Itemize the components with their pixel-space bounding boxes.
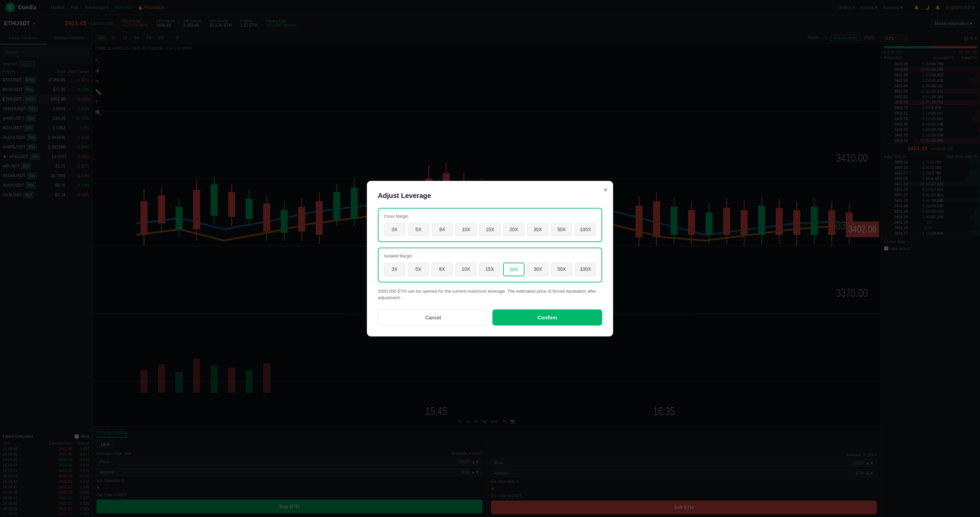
isolated-leverage-options: 3X5X8X10X15X20X30X50X100X bbox=[384, 262, 596, 276]
cross-leverage-options: 3X5X8X10X15X20X30X50X100X bbox=[384, 223, 596, 236]
cross-leverage-option[interactable]: 3X bbox=[384, 223, 405, 236]
cross-leverage-option[interactable]: 30X bbox=[527, 223, 549, 236]
isolated-margin-label: Isolated Margin bbox=[384, 254, 596, 259]
cross-leverage-option[interactable]: 8X bbox=[432, 223, 453, 236]
modal-info-text: 2000.000 ETH can be opened for the curre… bbox=[378, 288, 602, 301]
cross-leverage-option[interactable]: 10X bbox=[455, 223, 477, 236]
cross-leverage-option[interactable]: 5X bbox=[408, 223, 429, 236]
cross-margin-section: Cross Margin 3X5X8X10X15X20X30X50X100X bbox=[378, 208, 602, 242]
modal-close-button[interactable]: × bbox=[603, 186, 608, 193]
isolated-leverage-option[interactable]: 100X bbox=[575, 262, 597, 276]
isolated-leverage-option[interactable]: 8X bbox=[431, 262, 453, 276]
isolated-leverage-option[interactable]: 10X bbox=[455, 262, 477, 276]
cancel-button[interactable]: Cancel bbox=[378, 309, 488, 326]
isolated-margin-section: Isolated Margin 3X5X8X10X15X20X30X50X100… bbox=[378, 248, 602, 282]
isolated-leverage-option[interactable]: 50X bbox=[551, 262, 573, 276]
modal-overlay: Adjust Leverage × Cross Margin 3X5X8X10X… bbox=[0, 0, 980, 517]
cross-leverage-option[interactable]: 20X bbox=[503, 223, 525, 236]
isolated-leverage-option[interactable]: 15X bbox=[479, 262, 500, 276]
isolated-leverage-option[interactable]: 3X bbox=[384, 262, 405, 276]
modal-actions: Cancel Confirm bbox=[378, 309, 602, 326]
confirm-button[interactable]: Confirm bbox=[492, 309, 602, 326]
isolated-leverage-option[interactable]: 5X bbox=[408, 262, 429, 276]
adjust-leverage-modal: Adjust Leverage × Cross Margin 3X5X8X10X… bbox=[367, 181, 613, 336]
isolated-leverage-option[interactable]: 30X bbox=[527, 262, 549, 276]
cross-leverage-option[interactable]: 100X bbox=[575, 223, 596, 236]
cross-margin-label: Cross Margin bbox=[384, 214, 596, 219]
cross-leverage-option[interactable]: 15X bbox=[479, 223, 501, 236]
modal-title: Adjust Leverage bbox=[378, 192, 602, 200]
isolated-leverage-option[interactable]: 20X bbox=[503, 262, 525, 276]
cross-leverage-option[interactable]: 50X bbox=[551, 223, 572, 236]
